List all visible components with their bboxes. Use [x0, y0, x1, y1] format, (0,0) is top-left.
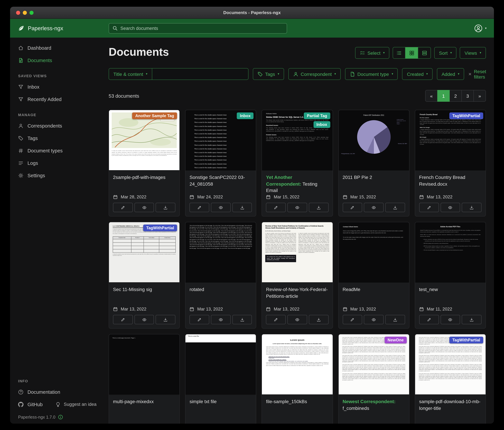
document-thumbnail[interactable]: This is a test for the double space char… — [185, 110, 256, 170]
view-button[interactable] — [287, 203, 307, 212]
document-thumbnail[interactable]: This is a test file. — [185, 334, 256, 395]
sidebar-item-github[interactable]: GitHub — [10, 398, 51, 411]
minimize-button[interactable] — [23, 10, 27, 15]
document-title[interactable]: sample-pdf-download-10-mb-longer-title — [419, 398, 482, 411]
document-thumbnail[interactable]: Lorem ipsum dolor sit amet, consectetur … — [415, 334, 486, 395]
tag-badge[interactable]: Inbox — [237, 112, 254, 119]
edit-button[interactable] — [342, 203, 362, 212]
download-button[interactable] — [385, 203, 405, 212]
document-thumbnail[interactable]: Contact Sheet DemoGiven a set of image f… — [339, 222, 409, 283]
select-button[interactable]: Select ▾ — [355, 47, 389, 59]
document-type-filter-button[interactable]: Document type ▾ — [345, 68, 398, 80]
document-card[interactable]: Lorem ipsumLorem ipsum dolor sit amet, c… — [262, 334, 333, 424]
document-title[interactable]: test_new — [419, 286, 482, 293]
edit-button[interactable] — [419, 315, 439, 324]
tag-badge[interactable]: Another Sample Tag — [132, 112, 177, 119]
sidebar-item-dashboard[interactable]: Dashboard — [10, 42, 101, 54]
sidebar-item-logs[interactable]: Logs — [10, 157, 101, 169]
edit-button[interactable] — [266, 203, 286, 212]
close-button[interactable] — [16, 10, 20, 15]
view-button[interactable] — [441, 203, 460, 212]
edit-button[interactable] — [419, 203, 439, 212]
title-content-input[interactable] — [152, 68, 248, 80]
document-card[interactable]: This is a multi page document. Page 1. m… — [109, 334, 180, 424]
views-button[interactable]: Views ▾ — [460, 47, 486, 59]
edit-button[interactable] — [113, 203, 133, 212]
document-thumbnail[interactable]: 1.1 CONTINUING MEDICAL EDUCAIn today the… — [109, 222, 180, 283]
document-title[interactable]: multi-page-mixedxx — [113, 398, 175, 405]
document-title[interactable]: Newest Correspondent: f_combineds — [342, 398, 405, 411]
reset-filters-button[interactable]: × Reset filters — [468, 69, 486, 79]
document-correspondent[interactable]: Yet Another Correspondent: — [266, 175, 301, 187]
title-content-dropdown[interactable]: Title & content ▾ — [109, 68, 152, 80]
document-thumbnail[interactable]: Lorem ipsumLorem ipsum dolor sit amet, c… — [262, 334, 333, 395]
download-button[interactable] — [309, 203, 328, 212]
document-thumbnail[interactable]: Adobe Acrobat PDF FilesAdobe® Portable D… — [415, 222, 486, 283]
sort-button[interactable]: Sort ▾ — [434, 47, 456, 59]
large-cards-view-button[interactable] — [418, 47, 431, 59]
sidebar-item-inbox[interactable]: Inbox — [10, 81, 101, 93]
document-card[interactable]: Contact Sheet DemoGiven a set of image f… — [338, 222, 409, 329]
brand[interactable]: Paperless-ngx — [18, 25, 109, 32]
document-title[interactable]: simple txt file — [189, 398, 252, 405]
document-thumbnail[interactable]: Review of New York Federal Petitions for… — [262, 222, 333, 283]
view-button[interactable] — [364, 315, 384, 324]
created-filter-button[interactable]: Created ▾ — [402, 68, 432, 80]
view-button[interactable] — [287, 315, 307, 324]
document-thumbnail[interactable]: Lorem ipsum dolor sit amet, consectetur … — [339, 334, 409, 395]
download-button[interactable] — [462, 315, 482, 324]
document-thumbnail[interactable]: In today the possible concern that Ameri… — [109, 110, 180, 170]
document-card[interactable]: Adobe Acrobat PDF FilesAdobe® Portable D… — [415, 222, 486, 329]
page-button-«[interactable]: « — [425, 90, 438, 102]
edit-button[interactable] — [189, 203, 209, 212]
download-button[interactable] — [156, 315, 175, 324]
document-card[interactable]: This is a test for the double space char… — [185, 110, 256, 216]
download-button[interactable] — [309, 315, 328, 324]
sidebar-item-recently-added[interactable]: Recently Added — [10, 93, 101, 105]
edit-button[interactable] — [189, 315, 209, 324]
download-button[interactable] — [385, 315, 405, 324]
page-button-1[interactable]: 1 — [437, 90, 450, 102]
view-button[interactable] — [134, 203, 154, 212]
document-card[interactable]: In today the possible concern that Ameri… — [109, 110, 180, 216]
document-title[interactable]: French Country Bread Revised.docx — [419, 174, 482, 187]
document-correspondent[interactable]: Newest Correspondent: — [342, 399, 396, 404]
document-title[interactable]: ReadMe — [342, 286, 405, 293]
document-thumbnail[interactable]: Release NotesSimba ODBC Driver for SQL S… — [262, 110, 333, 170]
added-filter-button[interactable]: Added ▾ — [437, 68, 464, 80]
document-title[interactable]: file-sample_150kBs — [266, 398, 328, 405]
document-title[interactable]: Review-of-New-York-Federal-Petitions-art… — [266, 286, 328, 299]
document-title[interactable]: Yet Another Correspondent: Testing Email — [266, 174, 328, 194]
sidebar-item-documentation[interactable]: Documentation — [10, 386, 101, 398]
document-card[interactable]: French Country BreadFor the Leaven:1 hea… — [415, 110, 486, 216]
zoom-button[interactable] — [29, 10, 34, 15]
page-button-3[interactable]: 3 — [461, 90, 474, 102]
tag-badge[interactable]: Inbox — [313, 121, 330, 128]
document-thumbnail[interactable]: This is the text that appears on the fir… — [185, 222, 256, 283]
download-button[interactable] — [462, 203, 482, 212]
download-button[interactable] — [156, 203, 175, 212]
table-view-button[interactable] — [393, 47, 405, 59]
sidebar-item-settings[interactable]: Settings — [10, 169, 101, 182]
edit-button[interactable] — [342, 315, 362, 324]
document-thumbnail[interactable]: Patient BP Distribution 2011Isolated Sys… — [339, 110, 409, 170]
edit-button[interactable] — [266, 315, 286, 324]
document-card[interactable]: Lorem ipsum dolor sit amet, consectetur … — [415, 334, 486, 424]
document-thumbnail[interactable]: French Country BreadFor the Leaven:1 hea… — [415, 110, 486, 170]
tag-badge[interactable]: Partial Tag — [304, 112, 330, 119]
search-input[interactable] — [120, 26, 283, 31]
sidebar-item-document-types[interactable]: Document types — [10, 144, 101, 157]
tag-badge[interactable]: TagWithPartial — [449, 337, 483, 343]
sidebar-item-documents[interactable]: Documents — [10, 54, 101, 66]
document-title[interactable]: 2sample-pdf-with-images — [113, 174, 175, 181]
document-title[interactable]: 2011 BP Pie 2 — [342, 174, 405, 181]
document-title[interactable]: Sec 11-Missing sig — [113, 286, 175, 293]
document-card[interactable]: Lorem ipsum dolor sit amet, consectetur … — [338, 334, 409, 424]
view-button[interactable] — [364, 203, 384, 212]
tags-filter-button[interactable]: Tags ▾ — [253, 68, 284, 80]
tag-badge[interactable]: TagWithPartial — [449, 112, 483, 119]
grid-view-button[interactable] — [405, 47, 418, 59]
document-card[interactable]: This is a test file. simple txt file — [185, 334, 256, 424]
document-title[interactable]: rotated — [189, 286, 252, 293]
view-button[interactable] — [211, 315, 231, 324]
